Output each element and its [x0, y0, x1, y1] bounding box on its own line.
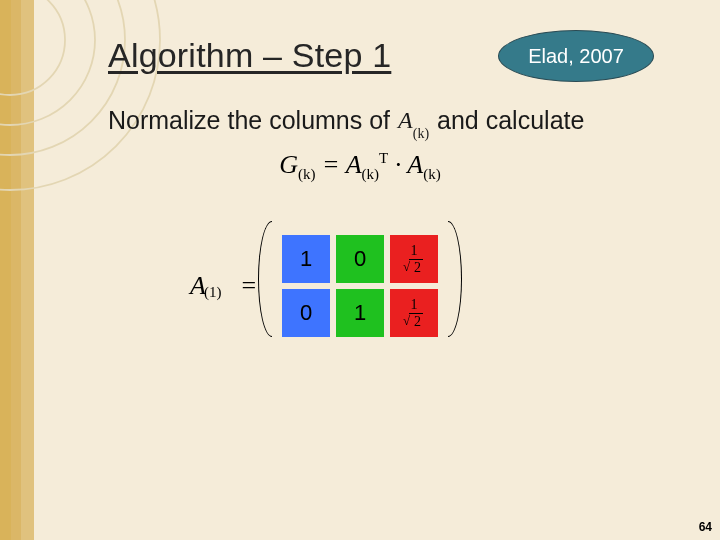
- citation-badge: Elad, 2007: [498, 30, 654, 82]
- matrix-cell-02: 1 2: [390, 235, 438, 283]
- page-number: 64: [699, 520, 712, 534]
- matrix-cell-01: 0: [336, 235, 384, 283]
- body-text: Normalize the columns of A(k) and calcul…: [108, 105, 584, 136]
- matrix-cell-11: 1: [336, 289, 384, 337]
- frac-bot: 1 2: [405, 298, 423, 329]
- matrix-col-2: 1 2 1 2: [390, 235, 438, 337]
- matrix-cell-00: 1: [282, 235, 330, 283]
- matrix-paren-right: [434, 221, 462, 337]
- sqrt-icon: 2: [405, 261, 423, 275]
- matrix-col-0: 1 0: [282, 235, 330, 337]
- matrix-row: A(1) = 1 0 0 1 1 2 1 2: [190, 225, 456, 347]
- matrix-label-A1: A(1): [190, 271, 223, 301]
- matrix-label-sub: (1): [204, 284, 222, 301]
- frac-bot-den: 2: [412, 313, 423, 329]
- body-text-before: Normalize the columns of: [108, 106, 390, 135]
- citation-text: Elad, 2007: [528, 45, 624, 68]
- body-text-after: and calculate: [437, 106, 584, 135]
- matrix-col-1: 0 1: [336, 235, 384, 337]
- matrix-equals: =: [241, 271, 256, 301]
- eq-G-sub: (k): [298, 166, 316, 182]
- frac-top-den: 2: [412, 259, 423, 275]
- inline-A: A: [398, 107, 413, 133]
- sqrt-icon: 2: [405, 315, 423, 329]
- matrix: 1 0 0 1 1 2 1 2: [264, 225, 456, 347]
- frac-top-num: 1: [409, 244, 420, 260]
- eq-A2-sub: (k): [423, 166, 441, 182]
- slide-title: Algorithm – Step 1: [108, 36, 391, 75]
- eq-T: T: [379, 150, 388, 166]
- eq-A1: A: [346, 150, 362, 179]
- frac-top: 1 2: [405, 244, 423, 275]
- inline-A-k: A(k): [398, 107, 429, 138]
- eq-A2: A: [407, 150, 423, 179]
- equation-Gk: G(k) = A(k)T · A(k): [0, 150, 720, 183]
- frac-bot-num: 1: [409, 298, 420, 314]
- slide-left-accent: [0, 0, 34, 540]
- eq-equals: =: [322, 150, 346, 179]
- matrix-cell-12: 1 2: [390, 289, 438, 337]
- inline-A-sub: (k): [413, 126, 429, 141]
- eq-G: G: [279, 150, 298, 179]
- slide-left-accent-stripe: [11, 0, 21, 540]
- eq-dot: ·: [395, 150, 408, 179]
- eq-A1-sub: (k): [362, 166, 380, 182]
- matrix-cell-10: 0: [282, 289, 330, 337]
